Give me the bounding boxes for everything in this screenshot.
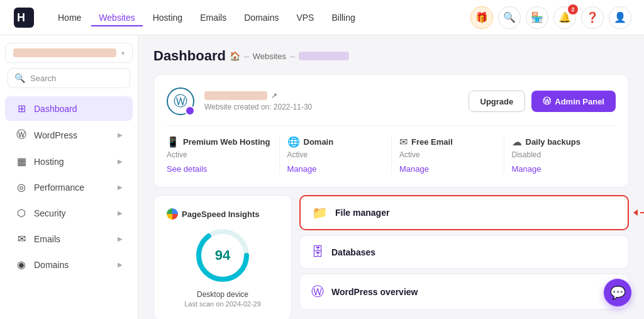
website-actions: Upgrade Ⓦ Admin Panel bbox=[469, 91, 616, 112]
notifications-button[interactable]: 🔔 2 bbox=[553, 6, 576, 29]
store-button[interactable]: 🏪 bbox=[526, 6, 548, 29]
account-switcher[interactable]: ▾ bbox=[5, 43, 133, 63]
feature-status: Active bbox=[399, 150, 496, 159]
speed-gauge: 94 bbox=[194, 227, 251, 284]
chevron-right-icon: ▶ bbox=[118, 261, 123, 268]
pagespeed-card: PageSpeed Insights 94 Desktop device Las… bbox=[153, 195, 292, 319]
databases-label: Databases bbox=[331, 247, 375, 257]
sidebar-item-label: Emails bbox=[34, 234, 60, 244]
chat-bubble-button[interactable]: 💬 bbox=[604, 279, 631, 306]
annotation-arrow bbox=[633, 210, 644, 216]
sidebar-item-security[interactable]: ⬡ Security ▶ bbox=[5, 201, 133, 225]
brand-logo: H bbox=[13, 6, 35, 29]
notification-badge: 2 bbox=[568, 4, 578, 14]
feature-grid: 📱 Premium Web Hosting Active See details… bbox=[167, 125, 616, 174]
breadcrumb-websites[interactable]: Websites bbox=[253, 52, 286, 61]
website-details: ↗ Website created on: 2022-11-30 bbox=[204, 91, 458, 111]
svg-text:H: H bbox=[17, 11, 25, 24]
chevron-right-icon: ▶ bbox=[118, 158, 123, 165]
backup-feature-icon: ☁ bbox=[512, 136, 522, 148]
main-layout: ▾ 🔍 Search ⊞ Dashboard Ⓦ WordPress ▶ ▦ H… bbox=[0, 35, 644, 319]
nav-websites[interactable]: Websites bbox=[91, 9, 142, 26]
gift-button[interactable]: 🎁 bbox=[470, 6, 493, 29]
email-feature-icon: ✉ bbox=[399, 136, 408, 148]
sidebar-item-domains[interactable]: ◉ Domains ▶ bbox=[5, 252, 133, 277]
svg-text:94: 94 bbox=[215, 247, 231, 263]
sidebar-item-wordpress[interactable]: Ⓦ WordPress ▶ bbox=[5, 122, 133, 148]
feature-title: Domain bbox=[304, 137, 334, 147]
feature-link[interactable]: Manage bbox=[287, 164, 317, 174]
nav-hosting[interactable]: Hosting bbox=[145, 9, 190, 26]
feature-link[interactable]: Manage bbox=[512, 164, 541, 174]
search-button[interactable]: 🔍 bbox=[498, 6, 521, 29]
feature-link[interactable]: See details bbox=[167, 164, 207, 174]
sidebar-item-hosting[interactable]: ▦ Hosting ▶ bbox=[5, 149, 133, 174]
emails-icon: ✉ bbox=[15, 233, 28, 245]
sidebar-item-label: Performance bbox=[34, 182, 84, 193]
wordpress-overview-card[interactable]: Ⓦ WordPress overview bbox=[299, 274, 629, 310]
upgrade-button[interactable]: Upgrade bbox=[469, 91, 526, 112]
breadcrumb: Dashboard 🏠 – Websites – bbox=[153, 48, 629, 64]
arrowhead-icon bbox=[633, 210, 638, 216]
wordpress-overview-label: WordPress overview bbox=[331, 287, 418, 297]
nav-vps[interactable]: VPS bbox=[289, 9, 321, 26]
feature-domain: 🌐 Domain Active Manage bbox=[279, 136, 392, 174]
nav-icon-group: 🎁 🔍 🏪 🔔 2 ❓ 👤 bbox=[470, 6, 631, 29]
databases-card[interactable]: 🗄 Databases bbox=[299, 235, 629, 269]
page-title: Dashboard bbox=[153, 48, 226, 64]
feature-header: ✉ Free Email bbox=[399, 136, 496, 148]
feature-link[interactable]: Manage bbox=[399, 164, 429, 174]
chevron-right-icon: ▶ bbox=[118, 184, 123, 191]
chevron-down-icon: ▾ bbox=[121, 50, 125, 57]
website-created-date: Website created on: 2022-11-30 bbox=[204, 103, 458, 111]
sidebar: ▾ 🔍 Search ⊞ Dashboard Ⓦ WordPress ▶ ▦ H… bbox=[0, 35, 138, 319]
wordpress-icon: Ⓦ bbox=[15, 128, 28, 142]
website-card: Ⓦ ↗ Website created on: 2022-11-30 Upgra… bbox=[153, 74, 629, 187]
wordpress-overview-icon: Ⓦ bbox=[311, 283, 324, 300]
sidebar-item-label: WordPress bbox=[34, 130, 77, 140]
nav-billing[interactable]: Billing bbox=[324, 9, 362, 26]
tools-section: 📁 File manager 🗄 Databases Ⓦ WordPress o… bbox=[299, 195, 629, 319]
feature-status: Active bbox=[287, 150, 384, 159]
pagespeed-section: PageSpeed Insights 94 Desktop device Las… bbox=[153, 195, 292, 319]
chevron-right-icon: ▶ bbox=[118, 210, 123, 216]
feature-header: ☁ Daily backups bbox=[512, 136, 609, 148]
top-navigation: H Home Websites Hosting Emails Domains V… bbox=[0, 0, 644, 35]
databases-icon: 🗄 bbox=[311, 245, 324, 259]
sidebar-search[interactable]: 🔍 Search bbox=[8, 68, 130, 88]
sidebar-item-label: Security bbox=[34, 208, 66, 218]
feature-hosting: 📱 Premium Web Hosting Active See details bbox=[167, 136, 279, 174]
nav-emails[interactable]: Emails bbox=[192, 9, 234, 26]
arrow-line bbox=[640, 212, 644, 213]
feature-title: Daily backups bbox=[526, 137, 580, 147]
sidebar-item-performance[interactable]: ◎ Performance ▶ bbox=[5, 175, 133, 199]
sidebar-item-label: Dashboard bbox=[34, 104, 77, 114]
nav-domains[interactable]: Domains bbox=[236, 9, 286, 26]
file-manager-card[interactable]: 📁 File manager bbox=[299, 195, 629, 230]
nav-home[interactable]: Home bbox=[50, 9, 89, 26]
profile-button[interactable]: 👤 bbox=[609, 6, 631, 29]
sidebar-item-label: Domains bbox=[34, 260, 69, 270]
admin-panel-button[interactable]: Ⓦ Admin Panel bbox=[531, 91, 616, 112]
pagespeed-scan-date: Last scan on 2024-02-29 bbox=[167, 300, 279, 308]
search-label: Search bbox=[30, 74, 56, 83]
help-button[interactable]: ❓ bbox=[581, 6, 604, 29]
sidebar-item-dashboard[interactable]: ⊞ Dashboard bbox=[5, 96, 133, 121]
wp-badge bbox=[185, 106, 195, 116]
hosting-feature-icon: 📱 bbox=[167, 136, 179, 148]
sidebar-item-emails[interactable]: ✉ Emails ▶ bbox=[5, 227, 133, 251]
google-logo bbox=[167, 208, 178, 220]
feature-header: 🌐 Domain bbox=[287, 136, 384, 148]
home-icon: 🏠 bbox=[230, 51, 240, 61]
file-manager-label: File manager bbox=[335, 208, 389, 218]
breadcrumb-current bbox=[299, 52, 349, 60]
nav-links: Home Websites Hosting Emails Domains VPS… bbox=[50, 9, 455, 26]
domain-feature-icon: 🌐 bbox=[287, 136, 300, 148]
feature-title: Free Email bbox=[411, 137, 453, 147]
feature-email: ✉ Free Email Active Manage bbox=[391, 136, 504, 174]
breadcrumb-separator: – bbox=[244, 51, 249, 61]
bottom-row: PageSpeed Insights 94 Desktop device Las… bbox=[153, 195, 629, 319]
external-link-icon[interactable]: ↗ bbox=[271, 91, 277, 100]
admin-panel-label: Admin Panel bbox=[555, 97, 604, 106]
search-icon: 🔍 bbox=[14, 73, 25, 83]
